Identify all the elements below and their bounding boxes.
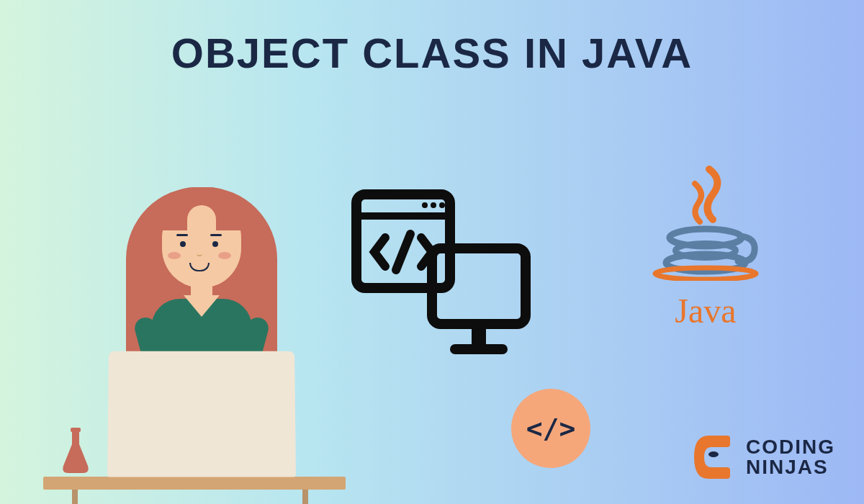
flask-icon [58,426,94,477]
eyebrow [210,234,222,236]
code-monitor-icon [346,180,533,367]
svg-point-3 [422,202,428,208]
brand-c-icon [694,436,737,479]
svg-point-4 [431,202,436,208]
hair-part [187,205,216,230]
eye [212,241,218,247]
brand-line1: CODING [746,437,835,457]
desk-surface [43,477,346,490]
eyebrow [176,234,188,236]
illustration-scene [43,158,389,504]
code-symbol: </> [526,413,576,444]
java-text: Java [641,291,770,330]
code-badge-icon: </> [511,389,590,468]
eye [180,241,186,247]
svg-rect-9 [450,344,508,354]
person-illustration [119,166,284,382]
blush [168,252,181,259]
brand-text: CODING NINJAS [746,437,835,477]
brand-line2: NINJAS [746,457,835,477]
blush [218,252,231,259]
svg-rect-8 [472,328,486,346]
svg-point-14 [708,451,719,457]
brand-logo: CODING NINJAS [694,436,835,479]
svg-rect-0 [71,428,81,432]
svg-line-6 [396,234,410,270]
laptop-icon [107,351,296,477]
java-logo: Java [641,158,770,338]
svg-point-5 [439,202,445,208]
page-title: OBJECT CLASS IN JAVA [171,29,693,77]
